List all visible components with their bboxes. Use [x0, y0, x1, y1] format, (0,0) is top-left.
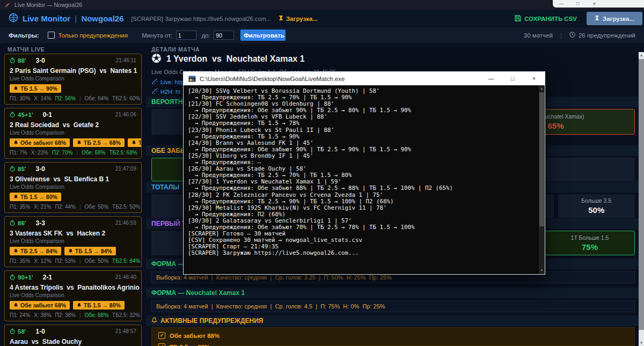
alert-badges: Обе забьют 68%ТБ 1.5 → 80% — [10, 301, 136, 310]
stat-value: П2: 38% — [55, 313, 76, 318]
alert-badges: ТБ 1.5 → 80% — [10, 193, 136, 201]
match-minute: 90+1' — [18, 274, 33, 281]
match-teams: 4 Asteras Tripolis vs Panaitolikos Agrin… — [10, 284, 136, 291]
scraper-status: [SCRAPER] Загружаю https://live5.nowgoal… — [131, 16, 271, 22]
match-card-header: 45+1'0-121:46:06 — [10, 111, 136, 118]
first-half-alert-card: 1T Больше 1.575% — [545, 231, 635, 255]
alert-badge-label: ТБ 1.5 → 90% — [20, 85, 57, 92]
stat-value: X: 38% — [34, 313, 51, 318]
console-scrollbar-thumb[interactable] — [539, 92, 544, 226]
alert-badge: ТБ 1.5 → 90% — [10, 84, 61, 93]
filter-bar: Фильтры: Только предупреждения Минута от… — [0, 27, 644, 43]
match-card[interactable]: 85'3-021:47:093 Oliveirense vs SL Benfic… — [4, 162, 142, 213]
stopwatch-icon — [10, 57, 15, 63]
match-card[interactable]: 88'3-021:46:112 Paris Saint Germain (PSG… — [4, 54, 142, 105]
console-close-button[interactable]: × — [523, 72, 545, 85]
stats-separator: | — [79, 313, 81, 318]
save-csv-label: СОХРАНИТЬ CSV — [524, 16, 577, 22]
stopwatch-icon — [10, 220, 15, 226]
match-score: 3-0 — [36, 57, 45, 64]
alert-badge-label: Обе забьют 68% — [20, 302, 66, 308]
console-scrollbar[interactable]: ▲ ▼ — [539, 85, 545, 274]
match-title-row: 1 Yverdon vs Neuchatel Xamax 1 — [151, 53, 305, 65]
match-card-header: 86'3-321:46:59 — [10, 219, 136, 226]
match-card[interactable]: 86'3-321:46:593 Vasteras SK FK vs Hacken… — [4, 216, 142, 267]
match-card[interactable]: 90+1'2-121:46:404 Asteras Tripolis vs Pa… — [4, 270, 142, 321]
bell-icon — [13, 248, 18, 254]
match-list[interactable]: Обе забьют 84%ТБ 1.5 → 100%П1: 35%X: 23%… — [0, 54, 146, 346]
checked-checkbox-icon[interactable]: ✓ — [158, 332, 165, 339]
stat-value: Обе: 50% — [85, 204, 109, 210]
checked-checkbox-icon[interactable]: ✓ — [158, 343, 165, 346]
update-timestamp: 21:47:09 — [115, 166, 136, 172]
alert-badge-label: ТБ 1.5 → 90% — [138, 139, 142, 146]
match-minute: 85' — [18, 166, 26, 172]
warning-item-label: ТБ 2.5 — 88% — [170, 344, 210, 346]
update-timestamp: 21:46:11 — [116, 57, 136, 63]
match-score: 2-1 — [43, 274, 52, 281]
console-line: → Предупреждения: Обе забьют 88% | ТБ 2.… — [188, 185, 539, 192]
stat-value: X: 23% — [31, 150, 48, 156]
odds-source-label: Live Odds Comparison — [10, 184, 136, 189]
console-app-icon — [188, 75, 196, 83]
console-scroll-up-arrow[interactable]: ▲ — [539, 86, 545, 92]
match-card[interactable]: 45+1'0-121:46:062 Real Sociedad vs Getaf… — [4, 108, 142, 159]
update-timestamp: 21:46:40 — [115, 274, 136, 280]
h2h-link[interactable]: H2H: ht — [151, 88, 180, 95]
scrollbar-thumb[interactable] — [639, 59, 644, 330]
alert-badge: ТБ 2.5 → 68% — [73, 138, 125, 147]
stat-value: П1: 35% — [10, 204, 30, 210]
stat-value: Обе: 68% — [85, 313, 109, 318]
stopwatch-icon — [10, 166, 15, 172]
update-timestamp: 21:46:06 — [115, 112, 136, 117]
match-card[interactable]: 58'1-021:48:57Aarau vs Stade Ouchy — [4, 325, 142, 346]
main-scrollbar[interactable]: ▲ ▼ — [639, 52, 644, 346]
scroll-up-arrow[interactable]: ▲ — [639, 52, 644, 58]
clock-icon — [569, 32, 575, 39]
odds-source-label: Live Odds Comparison — [10, 292, 136, 298]
console-scroll-down-arrow[interactable]: ▼ — [539, 268, 545, 274]
stat-value: П1: 7% — [10, 150, 27, 156]
hourglass-icon — [595, 15, 599, 22]
stat-value: П1: 24% — [10, 313, 30, 318]
stat-value: ТБ1.5: 90% — [141, 150, 142, 156]
close-button[interactable]: × — [586, 0, 603, 8]
count-separator: | — [560, 32, 562, 39]
odds-source-label: Live Odds Comparison — [10, 238, 136, 244]
app-feather-icon — [4, 2, 10, 8]
soccer-ball-icon — [151, 53, 162, 65]
filter-apply-button[interactable]: Фильтровать — [240, 30, 286, 41]
stat-value: Обе: 68% — [82, 150, 106, 156]
active-warnings-panel: ✓Обе забьют 88%✓ТБ 2.5 — 88% — [151, 327, 635, 346]
minimize-button[interactable]: — — [553, 0, 569, 8]
window-controls: — □ × — [553, 0, 644, 8]
maximize-button[interactable]: □ — [569, 0, 586, 8]
bell-icon — [13, 86, 18, 91]
bell-icon — [13, 140, 18, 145]
minute-to-input[interactable] — [214, 31, 234, 40]
brand-divider: | — [75, 14, 77, 23]
match-score: 1-0 — [36, 328, 45, 335]
minute-from-input[interactable] — [176, 31, 196, 40]
console-maximize-button[interactable]: □ — [502, 72, 523, 85]
console-window: C:\Users\DoMiNuS\Desktop\NowGoal\LiveMat… — [183, 71, 545, 275]
loading-button[interactable]: Загрузка... — [587, 12, 642, 25]
match-stats-row: П1: 35%X: 21%П2: 44%|Обе: 50%ТБ2.5: 50%Т… — [10, 204, 136, 210]
alert-badge-label: ТБ 1.5 → 84% — [75, 248, 112, 254]
warning-item: ✓Обе забьют 88% — [158, 332, 634, 339]
match-teams: 2 Real Sociedad vs Getafe 2 — [10, 121, 136, 128]
window-title: Live Monitor — Nowgoal26 — [14, 2, 82, 8]
match-card-header: 85'3-021:47:09 — [10, 165, 136, 172]
scroll-down-arrow[interactable]: ▼ — [639, 340, 644, 346]
only-warnings-checkbox[interactable] — [48, 32, 55, 39]
console-line: [28/30] 2 FK Zeleznicar Pancevo vs Crven… — [188, 192, 539, 198]
live-link[interactable]: Live: http — [151, 78, 185, 85]
app-header: Live Monitor | Nowgoal26 [SCRAPER] Загру… — [0, 10, 644, 28]
console-minimize-button[interactable]: — — [480, 72, 502, 85]
bell-icon — [68, 248, 73, 254]
save-csv-button[interactable]: СОХРАНИТЬ CSV — [515, 15, 577, 23]
console-titlebar[interactable]: C:\Users\DoMiNuS\Desktop\NowGoal\LiveMat… — [184, 72, 545, 85]
alert-badges: ТБ 2.5 → 84%ТБ 1.5 → 84% — [10, 247, 136, 255]
warning-item-label: Обе забьют 88% — [170, 333, 219, 339]
alert-badges: Обе забьют 68%ТБ 2.5 → 68%ТБ 1.5 → 90% — [10, 138, 136, 147]
